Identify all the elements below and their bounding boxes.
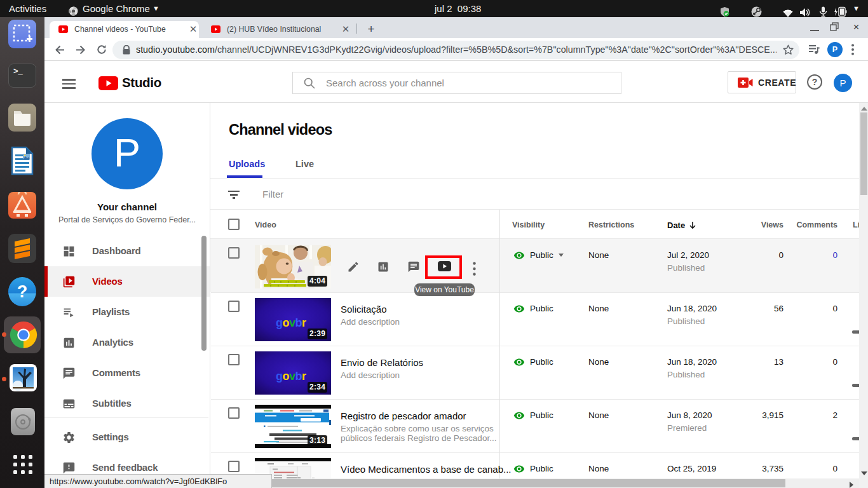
svg-text:govbr: govbr [276,370,306,383]
svg-text:govbr: govbr [276,316,306,329]
